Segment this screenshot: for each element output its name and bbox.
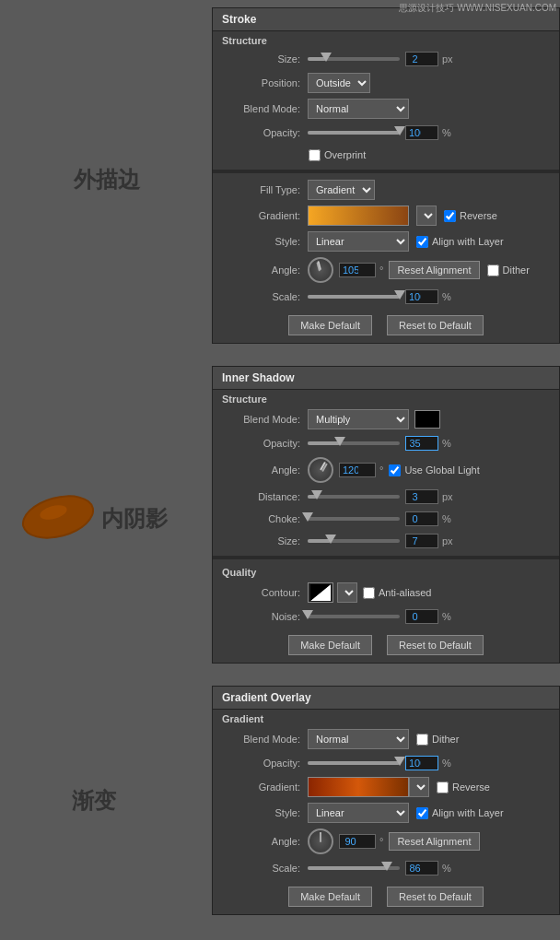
choke-input[interactable]: [405, 511, 438, 526]
stroke-buttons-row: Make Default Reset to Default: [213, 308, 559, 343]
contour-select[interactable]: [337, 582, 357, 603]
size-unit: px: [442, 53, 453, 65]
position-label: Position:: [222, 77, 300, 88]
dither-checkbox[interactable]: [487, 264, 499, 276]
scale-input[interactable]: [405, 289, 438, 304]
overprint-checkbox[interactable]: [309, 149, 321, 161]
fill-type-label: Fill Type:: [222, 184, 300, 195]
stroke-structure-subtitle: Structure: [213, 31, 559, 48]
go-gradient-dropdown[interactable]: [409, 777, 429, 797]
inner-shadow-side-label: 内阴影: [101, 504, 168, 534]
go-style-label: Style:: [222, 807, 300, 818]
use-global-light-wrap[interactable]: Use Global Light: [389, 464, 479, 476]
angle-dial[interactable]: [308, 257, 333, 283]
go-scale-unit: %: [442, 863, 451, 874]
scale-unit: %: [442, 291, 451, 302]
overprint-label: Overprint: [324, 149, 366, 160]
anti-aliased-checkbox[interactable]: [363, 587, 375, 599]
go-opacity-unit: %: [442, 758, 451, 769]
stroke-make-default-btn[interactable]: Make Default: [288, 315, 372, 335]
reverse-checkbox[interactable]: [444, 210, 456, 222]
go-angle-input[interactable]: [339, 834, 376, 849]
go-align-layer-wrap[interactable]: Align with Layer: [416, 807, 504, 819]
gradient-overlay-title: Gradient Overlay: [213, 687, 559, 710]
position-select[interactable]: OutsideInsideCenter: [308, 73, 370, 93]
go-reset-alignment-btn[interactable]: Reset Alignment: [389, 832, 479, 851]
is-opacity-slider[interactable]: [308, 441, 400, 445]
blend-mode-select[interactable]: NormalMultiplyScreen: [308, 99, 409, 119]
go-dither-checkbox[interactable]: [416, 734, 428, 746]
scale-slider[interactable]: [308, 295, 400, 299]
go-angle-unit: °: [379, 836, 383, 847]
align-layer-checkbox[interactable]: [416, 236, 428, 248]
go-buttons-row: Make Default Reset to Default: [213, 879, 559, 914]
noise-slider[interactable]: [308, 615, 400, 618]
anti-aliased-label: Anti-aliased: [379, 587, 431, 598]
inner-shadow-title: Inner Shadow: [213, 367, 559, 390]
anti-aliased-wrap[interactable]: Anti-aliased: [363, 587, 431, 599]
overprint-wrap[interactable]: Overprint: [309, 149, 366, 161]
contour-preview[interactable]: [308, 582, 333, 603]
gradient-swatch[interactable]: [308, 206, 409, 226]
scale-label: Scale:: [222, 291, 300, 302]
reverse-wrap[interactable]: Reverse: [444, 210, 497, 222]
opacity-slider[interactable]: [308, 131, 400, 135]
gradient-overlay-subtitle: Gradient: [213, 710, 559, 726]
go-opacity-slider[interactable]: [308, 761, 400, 765]
is-size-input[interactable]: [405, 534, 438, 548]
gradient-dropdown-btn[interactable]: [416, 206, 437, 226]
inner-shadow-subtitle: Structure: [213, 390, 559, 406]
use-global-light-checkbox[interactable]: [389, 464, 401, 476]
go-blend-select[interactable]: NormalMultiplyScreen: [308, 729, 409, 749]
watermark: 思源设计技巧 WWW.NISEXUAN.COM: [399, 2, 556, 15]
distance-input[interactable]: [405, 489, 438, 504]
go-scale-input[interactable]: [405, 861, 438, 875]
align-layer-wrap[interactable]: Align with Layer: [416, 236, 504, 248]
go-style-select[interactable]: LinearRadialAngle: [308, 803, 409, 823]
go-opacity-input[interactable]: [405, 756, 438, 770]
is-size-unit: px: [442, 535, 453, 546]
go-gradient-label: Gradient:: [222, 781, 300, 793]
angle-input[interactable]: [339, 263, 376, 277]
diamond-shape: [17, 492, 99, 546]
is-blend-label: Blend Mode:: [222, 414, 300, 425]
is-buttons-row: Make Default Reset to Default: [213, 628, 559, 663]
go-scale-slider[interactable]: [308, 866, 400, 870]
size-slider[interactable]: [308, 57, 400, 61]
angle-unit: °: [379, 264, 383, 276]
is-size-slider[interactable]: [308, 539, 400, 543]
opacity-unit: %: [442, 127, 451, 138]
is-opacity-input[interactable]: [405, 436, 438, 451]
style-label: Style:: [222, 236, 300, 247]
stroke-reset-default-btn[interactable]: Reset to Default: [387, 315, 484, 335]
quality-subtitle: Quality: [213, 563, 559, 580]
go-dither-wrap[interactable]: Dither: [416, 734, 459, 746]
distance-slider[interactable]: [308, 495, 400, 499]
go-reset-default-btn[interactable]: Reset to Default: [387, 887, 484, 907]
reverse-label: Reverse: [460, 210, 497, 221]
is-reset-default-btn[interactable]: Reset to Default: [387, 635, 484, 655]
is-angle-input[interactable]: [339, 463, 376, 477]
is-angle-dial[interactable]: [308, 457, 333, 483]
is-blend-select[interactable]: MultiplyNormalScreen: [308, 409, 409, 429]
go-angle-dial[interactable]: [308, 828, 333, 854]
go-scale-label: Scale:: [222, 863, 300, 874]
go-align-layer-checkbox[interactable]: [416, 807, 428, 819]
reset-alignment-btn[interactable]: Reset Alignment: [389, 261, 479, 279]
dither-wrap[interactable]: Dither: [487, 264, 530, 276]
opacity-input[interactable]: [405, 125, 438, 140]
is-color-swatch[interactable]: [414, 410, 440, 429]
fill-type-select[interactable]: GradientColorPattern: [308, 180, 375, 200]
noise-input[interactable]: [405, 609, 438, 624]
go-reverse-wrap[interactable]: Reverse: [437, 781, 490, 793]
use-global-light-label: Use Global Light: [404, 464, 479, 476]
opacity-label: Opacity:: [222, 127, 300, 138]
choke-slider[interactable]: [308, 517, 400, 521]
is-make-default-btn[interactable]: Make Default: [288, 635, 372, 655]
go-reverse-checkbox[interactable]: [437, 781, 449, 793]
distance-unit: px: [442, 491, 453, 502]
size-input[interactable]: [405, 52, 438, 66]
go-gradient-swatch[interactable]: [308, 777, 409, 797]
style-select[interactable]: LinearRadialAngle: [308, 231, 409, 252]
go-make-default-btn[interactable]: Make Default: [288, 887, 372, 907]
